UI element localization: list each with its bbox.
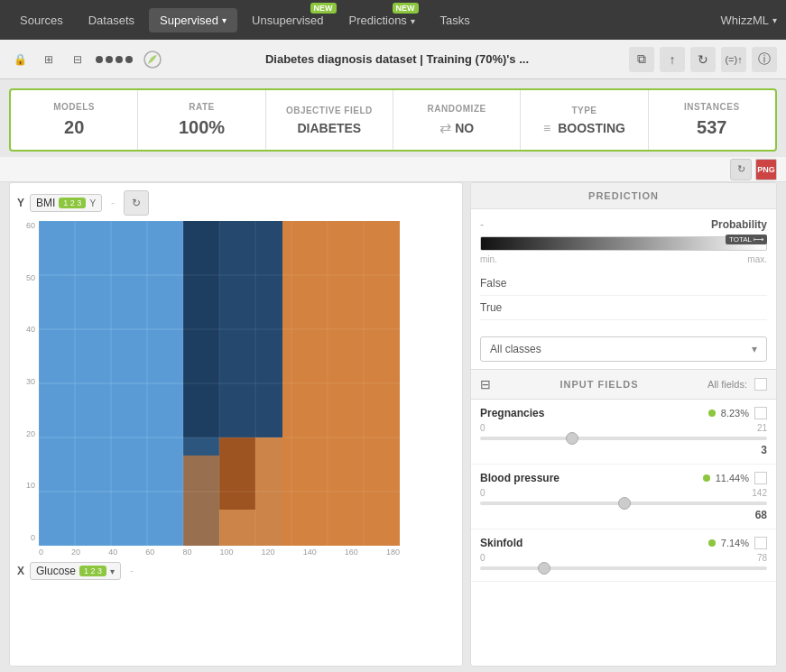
nav-sources[interactable]: Sources <box>9 8 74 32</box>
skinfold-thumb[interactable] <box>538 562 550 575</box>
stat-instances: INSTANCES 537 <box>649 90 775 150</box>
x-separator: - <box>130 565 134 577</box>
top-navigation: Sources Datasets Supervised ▾ Unsupervis… <box>0 0 786 40</box>
chart-refresh-button[interactable]: ↻ <box>730 159 752 180</box>
type-icon: ≡ <box>543 121 550 135</box>
classes-dropdown-arrow: ▾ <box>752 343 757 355</box>
stat-objective: OBJECTIVE FIELD DIABETES <box>266 90 393 150</box>
x-axis-label: X <box>17 565 24 577</box>
prediction-body: - Probability TOTAL ⟼ min. max. False Tr… <box>471 209 776 329</box>
pregnancies-dot <box>708 410 716 417</box>
nav-whizzml[interactable]: WhizzML ▾ <box>721 14 777 27</box>
predictions-badge: NEW <box>393 3 419 14</box>
prob-minmax: min. max. <box>480 254 767 264</box>
x-tick-labels: 0 20 40 60 80 100 120 140 160 180 <box>39 548 400 557</box>
y-field-name: BMI <box>36 197 55 209</box>
toolbar-actions: ⧉ ↑ ↻ (=)↑ ⓘ <box>629 47 777 72</box>
lock-icon[interactable]: 🔒 <box>9 49 31 70</box>
skinfold-pct: 7.14% <box>721 538 749 548</box>
x-dropdown-arrow: ▾ <box>110 566 115 576</box>
skinfold-dot <box>708 539 716 547</box>
pregnancies-value: 3 <box>480 444 767 456</box>
false-class-row: False <box>480 272 767 296</box>
nav-datasets[interactable]: Datasets <box>78 8 145 32</box>
upload-button[interactable]: ↑ <box>660 47 685 72</box>
skinfold-field: Skinfold 7.14% 0 78 <box>471 529 776 582</box>
prediction-header: PREDICTION <box>471 183 776 209</box>
formula-button[interactable]: (=)↑ <box>721 47 746 72</box>
prediction-dash: - <box>480 218 484 231</box>
probability-bar <box>480 236 767 251</box>
x-field-badge: 1 2 3 <box>79 566 106 576</box>
all-classes-text: All classes <box>490 343 541 355</box>
svg-rect-24 <box>219 437 255 510</box>
y-axis-label: Y <box>17 197 24 209</box>
stat-type: TYPE ≡ BOOSTING <box>521 90 648 150</box>
tree-icon[interactable]: ⊞ <box>38 49 60 70</box>
shuffle-icon: ⇄ <box>439 119 451 136</box>
chart-area: Y BMI 1 2 3 Y - ↻ 0 10 20 30 40 50 60 <box>9 182 463 667</box>
blood-pressure-slider[interactable] <box>480 502 767 505</box>
blood-pressure-field: Blood pressure 11.44% 0 142 68 <box>471 465 776 529</box>
nav-predictions[interactable]: Predictions ▾ NEW <box>338 8 426 32</box>
probability-label: Probability <box>711 218 767 231</box>
stat-models: MODELS 20 <box>11 90 138 150</box>
main-toolbar: 🔒 ⊞ ⊟ Diabetes diagnosis dataset | Train… <box>0 40 786 79</box>
skinfold-slider[interactable] <box>480 566 767 570</box>
dots-icons <box>96 56 133 63</box>
pregnancies-thumb[interactable] <box>566 432 578 445</box>
nav-supervised[interactable]: Supervised ▾ <box>149 8 237 32</box>
skinfold-label: Skinfold <box>480 537 522 549</box>
all-classes-dropdown[interactable]: All classes ▾ <box>480 336 767 362</box>
png-download-button[interactable]: PNG <box>755 159 777 180</box>
input-fields-icon: ⊟ <box>480 377 491 391</box>
stat-randomize: RANDOMIZE ⇄ NO <box>393 90 521 150</box>
info-button[interactable]: ⓘ <box>752 47 777 72</box>
true-class-row: True <box>480 296 767 320</box>
y-axis-controls: Y BMI 1 2 3 Y - ↻ <box>17 190 455 216</box>
y-tick-labels: 0 10 20 30 40 50 60 <box>17 221 35 546</box>
copy-button[interactable]: ⧉ <box>629 47 654 72</box>
skinfold-checkbox[interactable] <box>754 537 767 549</box>
heatmap-chart <box>39 221 400 546</box>
nav-tasks[interactable]: Tasks <box>430 8 481 32</box>
sub-toolbar: ↻ PNG <box>0 157 786 182</box>
refresh-button[interactable]: ↻ <box>690 47 716 72</box>
unsupervised-badge: NEW <box>310 3 337 14</box>
model-icon[interactable]: ⊟ <box>67 49 88 70</box>
pregnancies-field: Pregnancies 8.23% 0 21 3 <box>471 400 776 465</box>
input-fields-label: INPUT FIELDS <box>498 379 700 390</box>
all-fields-checkbox[interactable] <box>754 378 767 391</box>
right-panel: PREDICTION - Probability TOTAL ⟼ min. ma… <box>470 182 777 667</box>
leaf-icon <box>140 47 165 72</box>
pregnancies-checkbox[interactable] <box>754 407 767 419</box>
all-fields-label: All fields: <box>707 379 747 390</box>
probability-bar-container: TOTAL ⟼ <box>480 236 767 251</box>
y-field-selector[interactable]: BMI 1 2 3 Y <box>30 194 102 212</box>
blood-pressure-thumb[interactable] <box>618 497 631 510</box>
y-separator: - <box>111 197 115 209</box>
pregnancies-label: Pregnancies <box>480 407 544 419</box>
chart-refresh-icon[interactable]: ↻ <box>124 190 149 216</box>
pregnancies-slider[interactable] <box>480 437 767 440</box>
y-field-badge: 1 2 3 <box>59 198 86 208</box>
blood-pressure-checkbox[interactable] <box>754 472 767 484</box>
y-dropdown-arrow: Y <box>89 198 96 208</box>
x-field-selector[interactable]: Glucose 1 2 3 ▾ <box>30 562 121 580</box>
blood-pressure-value: 68 <box>480 509 767 521</box>
input-fields-header: ⊟ INPUT FIELDS All fields: <box>471 369 776 400</box>
dataset-title: Diabetes diagnosis dataset | Training (7… <box>172 52 622 66</box>
stats-bar: MODELS 20 RATE 100% OBJECTIVE FIELD DIAB… <box>9 88 777 152</box>
blood-pressure-pct: 11.44% <box>716 473 749 483</box>
blood-pressure-label: Blood pressure <box>480 472 559 484</box>
x-field-name: Glucose <box>36 565 76 577</box>
svg-rect-25 <box>183 456 219 546</box>
stat-rate: RATE 100% <box>138 90 265 150</box>
x-axis-controls: X Glucose 1 2 3 ▾ - <box>17 562 455 580</box>
nav-unsupervised[interactable]: Unsupervised NEW <box>241 8 335 32</box>
blood-pressure-dot <box>703 474 710 482</box>
pregnancies-pct: 8.23% <box>721 408 749 419</box>
total-button[interactable]: TOTAL ⟼ <box>726 235 767 244</box>
main-content: Y BMI 1 2 3 Y - ↻ 0 10 20 30 40 50 60 <box>9 182 777 667</box>
